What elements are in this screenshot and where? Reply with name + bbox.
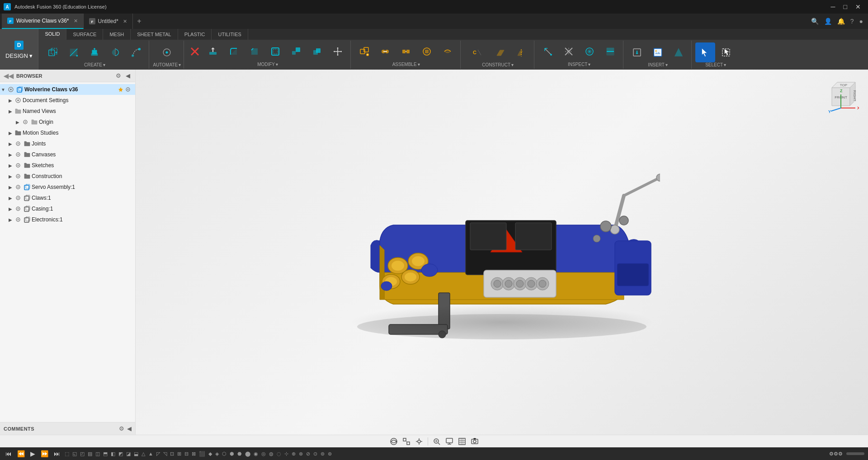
insert-group-label[interactable]: INSERT ▾ (648, 62, 668, 67)
modify-group-label[interactable]: MODIFY ▾ (257, 62, 278, 67)
tab-sheet-metal[interactable]: SHEET METAL (131, 29, 178, 40)
decal-button[interactable] (669, 43, 689, 61)
orientation-cube[interactable]: TOP RIGHT FRONT X Z Y (823, 79, 859, 115)
doc-expand-icon[interactable]: ▶ (7, 97, 14, 103)
root-visibility-icon[interactable] (7, 86, 14, 93)
tl-btn-12[interactable]: ▲ (147, 451, 154, 457)
construction-vis-icon[interactable] (14, 173, 22, 180)
browser-back-icon[interactable]: ◀◀ (4, 72, 14, 80)
sketches-vis-icon[interactable] (14, 162, 22, 169)
timeline-settings-button[interactable]: ⚙⚙⚙ (827, 450, 844, 458)
electronics-expand-icon[interactable]: ▶ (7, 216, 14, 223)
tab-wolverine-claws[interactable]: F Wolverine Claws v36* ✕ (2, 14, 84, 29)
pan-button[interactable] (414, 437, 425, 446)
tl-btn-7[interactable]: ◧ (110, 451, 116, 457)
fillet-button[interactable] (224, 42, 244, 61)
joints-expand-icon[interactable]: ▶ (7, 141, 14, 147)
tl-btn-34[interactable]: ⊙ (312, 451, 318, 457)
grid-button[interactable] (457, 437, 467, 446)
play-button[interactable]: ▶ (28, 449, 37, 458)
help-icon[interactable]: ? (849, 16, 855, 26)
offset-plane-button[interactable]: C (464, 42, 490, 62)
sketches-expand-icon[interactable]: ▶ (7, 162, 14, 169)
assemble-new-comp-button[interactable] (354, 42, 374, 61)
close-button[interactable]: ✕ (852, 2, 864, 11)
tab1-close[interactable]: ✕ (74, 18, 78, 24)
tl-btn-36[interactable]: ⊛ (327, 451, 333, 457)
viewport[interactable]: TOP RIGHT FRONT X Z Y (136, 70, 868, 435)
create-group-label[interactable]: CREATE ▾ (84, 62, 105, 67)
plane-at-angle-button[interactable] (491, 43, 510, 61)
motion-expand-icon[interactable]: ▶ (7, 130, 14, 136)
tab-surface[interactable]: SURFACE (66, 29, 103, 40)
window-select-button[interactable] (716, 43, 736, 61)
canvases-expand-icon[interactable]: ▶ (7, 151, 14, 158)
origin-expand-icon[interactable]: ▶ (14, 119, 21, 125)
tl-btn-6[interactable]: ⬒ (102, 451, 108, 457)
tl-btn-17[interactable]: ⊟ (184, 451, 189, 457)
tl-btn-35[interactable]: ⊚ (320, 451, 326, 457)
tl-btn-11[interactable]: △ (141, 451, 146, 457)
design-workspace-button[interactable]: D DESIGN ▾ (0, 29, 38, 70)
tl-btn-28[interactable]: ◍ (268, 451, 274, 457)
scale-button[interactable] (286, 42, 306, 61)
extrude-button[interactable] (85, 42, 104, 62)
tl-btn-15[interactable]: ⊡ (169, 451, 175, 457)
tl-btn-25[interactable]: ⬤ (244, 451, 251, 457)
tree-claws[interactable]: ▶ Claws:1 (0, 192, 135, 203)
create-sketch-button[interactable] (64, 42, 84, 62)
measure-button[interactable] (538, 42, 558, 61)
electronics-vis-icon[interactable] (14, 216, 22, 223)
tl-btn-5[interactable]: ◫ (94, 451, 101, 457)
tab-mesh[interactable]: MESH (103, 29, 131, 40)
servo-expand-icon[interactable]: ▶ (7, 184, 14, 190)
tl-btn-33[interactable]: ⊘ (305, 451, 311, 457)
canvases-vis-icon[interactable] (14, 151, 22, 158)
tl-btn-19[interactable]: ⬛ (198, 451, 206, 457)
tl-btn-2[interactable]: ◱ (71, 451, 78, 457)
tl-btn-32[interactable]: ⊗ (298, 451, 304, 457)
browser-settings-icon[interactable]: ⚙ (114, 72, 123, 80)
automate-button[interactable] (157, 42, 177, 62)
tl-btn-29[interactable]: ◌ (276, 451, 282, 457)
tl-btn-10[interactable]: ⬓ (133, 451, 139, 457)
contact-sets-button[interactable] (438, 42, 458, 61)
tree-doc-settings[interactable]: ▶ Document Settings (0, 95, 135, 106)
tree-sketches[interactable]: ▶ Sketches (0, 160, 135, 171)
servo-vis-icon[interactable] (14, 183, 22, 191)
tl-btn-8[interactable]: ◩ (118, 451, 124, 457)
fit-button[interactable] (401, 437, 412, 446)
browser-collapse-icon[interactable]: ◀ (124, 72, 132, 80)
maximize-button[interactable]: □ (840, 2, 851, 11)
tree-casing[interactable]: ▶ Casing:1 (0, 203, 135, 214)
tl-btn-22[interactable]: ⬡ (221, 451, 227, 457)
tab-untitled[interactable]: F Untitled* ✕ (84, 14, 133, 29)
root-expand-icon[interactable]: ▼ (0, 86, 6, 93)
timeline-scrollbar[interactable] (846, 452, 864, 455)
tree-joints[interactable]: ▶ Joints (0, 138, 135, 149)
step-back-button[interactable]: ⏪ (15, 449, 27, 458)
tree-origin[interactable]: ▶ Origin (0, 117, 135, 127)
go-to-start-button[interactable]: ⏮ (4, 449, 14, 458)
insert-derive-button[interactable] (627, 43, 647, 61)
curvature-map-button[interactable] (580, 42, 599, 61)
origin-vis-icon[interactable] (22, 118, 29, 126)
inspect-group-label[interactable]: INSPECT ▾ (568, 62, 590, 67)
tree-canvases[interactable]: ▶ Canvases (0, 149, 135, 160)
named-views-expand-icon[interactable]: ▶ (7, 108, 14, 114)
go-to-end-button[interactable]: ⏭ (52, 449, 62, 458)
comments-collapse-icon[interactable]: ◀ (127, 425, 132, 432)
titlebar-controls[interactable]: ─ □ ✕ (827, 2, 864, 11)
sweep-button[interactable] (126, 42, 146, 62)
construct-group-label[interactable]: CONSTRUCT ▾ (482, 62, 514, 67)
tl-btn-1[interactable]: ⬚ (64, 451, 70, 457)
tl-btn-26[interactable]: ◉ (253, 451, 259, 457)
claws-vis-icon[interactable] (14, 194, 22, 202)
joints-vis-icon[interactable] (14, 140, 22, 147)
assemble-group-label[interactable]: ASSEMBLE ▾ (392, 62, 420, 67)
insert-image-button[interactable] (648, 42, 668, 62)
shell-button[interactable] (265, 42, 285, 61)
tl-btn-3[interactable]: ◰ (79, 451, 85, 457)
tl-btn-21[interactable]: ◈ (214, 451, 220, 457)
tl-btn-20[interactable]: ◆ (208, 451, 213, 457)
